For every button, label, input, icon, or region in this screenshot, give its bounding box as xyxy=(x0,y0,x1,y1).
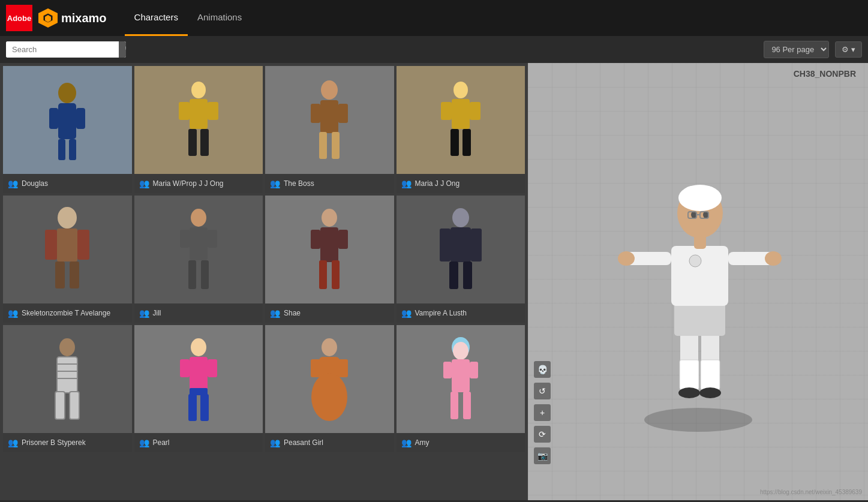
rotate-tool-button[interactable]: ⟳ xyxy=(534,426,551,443)
character-size-icon: 👥 xyxy=(270,179,280,188)
search-button[interactable]: 🔍 xyxy=(119,41,126,58)
svg-rect-62 xyxy=(188,394,197,421)
character-name: Maria W/Prop J J Ong xyxy=(153,179,224,188)
svg-rect-83 xyxy=(674,303,725,336)
mixamo-logo: mixamo xyxy=(38,8,107,28)
character-size-icon: 👥 xyxy=(401,308,412,318)
character-size-icon: 👥 xyxy=(401,438,412,447)
character-card-footer: 👥 Shae xyxy=(265,303,394,323)
svg-point-94 xyxy=(698,186,716,200)
character-card[interactable]: 👥 Peasant Girl xyxy=(265,325,394,452)
svg-point-82 xyxy=(699,387,721,398)
preview-tools: 💀 ↺ + ⟳ 📷 xyxy=(534,361,551,464)
tab-characters[interactable]: Characters xyxy=(125,0,188,36)
svg-rect-16 xyxy=(311,104,320,123)
settings-button[interactable]: ⚙ ▾ xyxy=(835,41,862,58)
svg-rect-43 xyxy=(332,260,340,289)
character-size-icon: 👥 xyxy=(139,438,149,447)
svg-point-44 xyxy=(452,208,469,227)
svg-rect-27 xyxy=(57,229,77,261)
character-card-image xyxy=(3,196,132,303)
character-name: Maria J J Ong xyxy=(415,179,460,188)
character-card[interactable]: 👥 Skeletonzombie T Avelange xyxy=(3,196,132,323)
svg-rect-7 xyxy=(69,139,76,160)
svg-rect-11 xyxy=(208,102,218,120)
tab-animations[interactable]: Animations xyxy=(188,0,251,36)
svg-rect-9 xyxy=(190,99,208,129)
character-card-footer: 👥 Vampire A Lusth xyxy=(397,303,525,323)
svg-rect-34 xyxy=(180,230,190,248)
svg-point-81 xyxy=(678,387,700,398)
character-card-footer: 👥 Maria W/Prop J J Ong xyxy=(134,174,263,193)
character-card[interactable]: 👥 Prisoner B Styperek xyxy=(3,325,132,452)
plus-tool-button[interactable]: + xyxy=(534,404,551,421)
svg-rect-19 xyxy=(332,132,340,159)
search-input[interactable] xyxy=(6,41,119,58)
toolbar: 🔍 24 Per page 48 Per page 96 Per page ⚙ … xyxy=(0,36,868,63)
camera-tool-button[interactable]: 📷 xyxy=(534,447,551,464)
svg-rect-30 xyxy=(55,261,65,288)
character-name: Jill xyxy=(153,309,161,317)
svg-point-64 xyxy=(322,338,337,356)
svg-point-89 xyxy=(765,251,782,266)
svg-rect-55 xyxy=(55,392,65,419)
svg-rect-21 xyxy=(452,99,470,129)
svg-rect-5 xyxy=(76,108,85,129)
character-card[interactable]: 👥 The Boss xyxy=(265,66,394,193)
character-card[interactable]: 👥 Douglas xyxy=(3,66,132,193)
skull-tool-button[interactable]: 💀 xyxy=(534,361,551,378)
svg-rect-18 xyxy=(319,132,327,159)
main: 👥 Douglas 👥 Maria W/Prop J J Ong 👥 The B… xyxy=(0,63,868,500)
svg-rect-13 xyxy=(200,129,209,156)
svg-rect-3 xyxy=(58,103,76,139)
svg-rect-37 xyxy=(201,260,209,289)
character-card-footer: 👥 Peasant Girl xyxy=(265,433,394,452)
character-card-footer: 👥 Pearl xyxy=(134,433,263,452)
character-card-footer: 👥 Amy xyxy=(397,433,525,452)
character-size-icon: 👥 xyxy=(8,179,18,188)
svg-point-76 xyxy=(644,408,752,432)
refresh-tool-button[interactable]: ↺ xyxy=(534,383,551,399)
svg-rect-39 xyxy=(320,227,338,262)
svg-point-20 xyxy=(453,82,468,98)
character-size-icon: 👥 xyxy=(139,179,149,188)
character-card-image xyxy=(265,196,394,303)
svg-point-85 xyxy=(689,255,701,267)
per-page-select[interactable]: 24 Per page 48 Per page 96 Per page xyxy=(764,41,829,58)
svg-rect-51 xyxy=(57,357,77,393)
character-name: Vampire A Lusth xyxy=(415,309,467,317)
search-box: 🔍 xyxy=(6,41,126,58)
character-name: Peasant Girl xyxy=(284,438,323,447)
svg-rect-42 xyxy=(319,260,327,289)
character-card-footer: 👥 Prisoner B Styperek xyxy=(3,433,132,452)
character-card[interactable]: 👥 Maria W/Prop J J Ong xyxy=(134,66,263,193)
character-card-footer: 👥 Skeletonzombie T Avelange xyxy=(3,303,132,323)
character-card[interactable]: 👥 Pearl xyxy=(134,325,263,452)
mixamo-icon xyxy=(38,8,58,28)
character-card[interactable]: 👥 Maria J J Ong xyxy=(397,66,525,193)
svg-rect-25 xyxy=(462,129,471,156)
svg-rect-72 xyxy=(443,362,452,378)
svg-point-8 xyxy=(191,82,206,98)
character-size-icon: 👥 xyxy=(8,438,18,447)
character-size-icon: 👥 xyxy=(270,438,280,447)
character-card[interactable]: 👥 Shae xyxy=(265,196,394,323)
character-size-icon: 👥 xyxy=(8,308,18,318)
svg-point-68 xyxy=(311,373,347,421)
svg-point-26 xyxy=(58,207,77,229)
character-card[interactable]: 👥 Vampire A Lusth xyxy=(397,196,525,323)
character-card-footer: 👥 Maria J J Ong xyxy=(397,174,525,193)
svg-rect-71 xyxy=(452,359,470,392)
character-card[interactable]: 👥 Amy xyxy=(397,325,525,452)
svg-rect-63 xyxy=(200,394,209,421)
character-card-image xyxy=(134,325,263,433)
nav-tabs: Characters Animations xyxy=(125,0,252,36)
character-card-image xyxy=(265,66,394,174)
character-card[interactable]: 👥 Jill xyxy=(134,196,263,323)
preview-panel: CH38_NONPBR xyxy=(528,63,868,500)
character-card-image xyxy=(134,196,263,303)
character-name: Douglas xyxy=(22,179,48,188)
svg-rect-10 xyxy=(179,102,190,120)
character-list-panel[interactable]: 👥 Douglas 👥 Maria W/Prop J J Ong 👥 The B… xyxy=(0,63,528,500)
svg-rect-46 xyxy=(440,229,450,261)
